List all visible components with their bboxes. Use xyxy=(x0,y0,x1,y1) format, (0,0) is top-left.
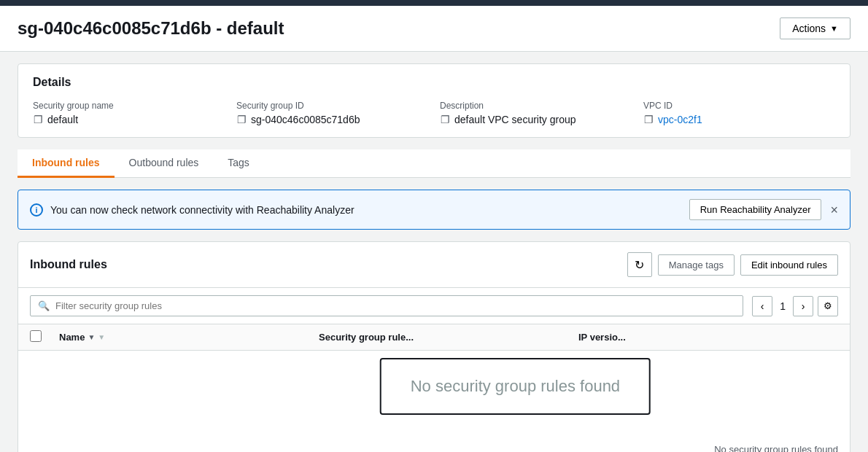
column-ipversion-header[interactable]: IP versio... xyxy=(578,330,838,344)
prev-page-button[interactable]: ‹ xyxy=(752,296,772,316)
details-card: Details Security group name ❐ default Se… xyxy=(18,63,850,138)
sort-icon-name: ▼ xyxy=(88,333,95,341)
edit-inbound-rules-button[interactable]: Edit inbound rules xyxy=(740,254,838,276)
description-text: default VPC security group xyxy=(454,114,576,125)
security-group-id-text: sg-040c46c0085c71d6b xyxy=(251,114,360,125)
select-all-checkbox[interactable] xyxy=(30,330,42,342)
chevron-left-icon: ‹ xyxy=(761,300,764,312)
detail-security-group-name: Security group name ❐ default xyxy=(33,101,225,125)
inbound-rules-card: Inbound rules ↻ Manage tags Edit inbound… xyxy=(18,241,850,452)
value-security-group-id: ❐ sg-040c46c0085c71d6b xyxy=(236,114,428,125)
tab-outbound-rules[interactable]: Outbound rules xyxy=(115,149,214,178)
info-banner-right: Run Reachability Analyzer × xyxy=(689,199,838,220)
label-security-group-id: Security group ID xyxy=(236,101,428,111)
search-icon: 🔍 xyxy=(38,300,50,311)
detail-description: Description ❐ default VPC security group xyxy=(440,101,632,125)
actions-button[interactable]: Actions ▼ xyxy=(780,17,850,39)
copy-icon-vpc[interactable]: ❐ xyxy=(643,114,654,125)
run-reachability-analyzer-button[interactable]: Run Reachability Analyzer xyxy=(689,199,822,220)
details-section-title: Details xyxy=(33,76,835,89)
copy-icon-desc[interactable]: ❐ xyxy=(440,114,450,125)
table-header: Name ▼ ▼ Security group rule... IP versi… xyxy=(18,324,850,351)
page-number: 1 xyxy=(777,300,788,312)
copy-icon-name[interactable]: ❐ xyxy=(33,114,43,125)
page-title: sg-040c46c0085c71d6b - default xyxy=(18,18,284,39)
actions-label: Actions xyxy=(792,23,826,34)
manage-tags-button[interactable]: Manage tags xyxy=(658,254,735,276)
empty-state-subtext: No security group rules found xyxy=(18,438,850,452)
copy-icon-id[interactable]: ❐ xyxy=(236,114,247,125)
info-banner: i You can now check network connectivity… xyxy=(18,190,850,230)
value-security-group-name: ❐ default xyxy=(33,114,225,125)
column-name-header[interactable]: Name ▼ ▼ xyxy=(59,330,319,344)
column-settings-button[interactable]: ⚙ xyxy=(818,296,838,316)
empty-overlay-text: No security group rules found xyxy=(411,377,620,395)
tab-tags[interactable]: Tags xyxy=(213,149,264,178)
detail-vpc-id: VPC ID ❐ vpc-0c2f1 xyxy=(643,101,835,125)
column-rule-header[interactable]: Security group rule... xyxy=(319,330,578,344)
banner-message: You can now check network connectivity w… xyxy=(50,204,354,216)
tabs-container: Inbound rules Outbound rules Tags xyxy=(18,149,850,178)
refresh-icon: ↻ xyxy=(635,258,644,272)
details-grid: Security group name ❐ default Security g… xyxy=(33,101,835,125)
header-actions: ↻ Manage tags Edit inbound rules xyxy=(627,252,838,277)
empty-overlay-box: No security group rules found xyxy=(380,358,651,415)
detail-security-group-id: Security group ID ❐ sg-040c46c0085c71d6b xyxy=(236,101,428,125)
top-nav-bar xyxy=(0,0,868,6)
pagination-wrap: ‹ 1 › ⚙ xyxy=(752,296,838,316)
filter-row: 🔍 ‹ 1 › ⚙ xyxy=(18,288,850,324)
label-security-group-name: Security group name xyxy=(33,101,225,111)
info-banner-left: i You can now check network connectivity… xyxy=(30,203,354,217)
value-description: ❐ default VPC security group xyxy=(440,114,632,125)
actions-arrow-icon: ▼ xyxy=(830,24,838,33)
chevron-right-icon: › xyxy=(802,300,805,312)
info-icon: i xyxy=(30,203,43,217)
next-page-button[interactable]: › xyxy=(793,296,813,316)
empty-state-area: No security group rules found xyxy=(18,351,850,438)
select-all-checkbox-cell xyxy=(30,330,59,344)
filter-input-wrap[interactable]: 🔍 xyxy=(30,295,743,316)
security-group-name-text: default xyxy=(47,114,78,125)
page-header: sg-040c46c0085c71d6b - default Actions ▼ xyxy=(0,6,868,52)
label-description: Description xyxy=(440,101,632,111)
label-vpc-id: VPC ID xyxy=(643,101,835,111)
inbound-card-header: Inbound rules ↻ Manage tags Edit inbound… xyxy=(18,242,850,288)
refresh-button[interactable]: ↻ xyxy=(627,252,652,277)
value-vpc-id: ❐ vpc-0c2f1 xyxy=(643,114,835,125)
filter-input[interactable] xyxy=(55,300,735,311)
inbound-card-title: Inbound rules xyxy=(30,258,107,271)
tab-inbound-rules[interactable]: Inbound rules xyxy=(18,149,115,178)
close-banner-button[interactable]: × xyxy=(830,203,838,217)
vpc-id-link[interactable]: vpc-0c2f1 xyxy=(658,114,702,125)
gear-icon: ⚙ xyxy=(824,300,832,311)
